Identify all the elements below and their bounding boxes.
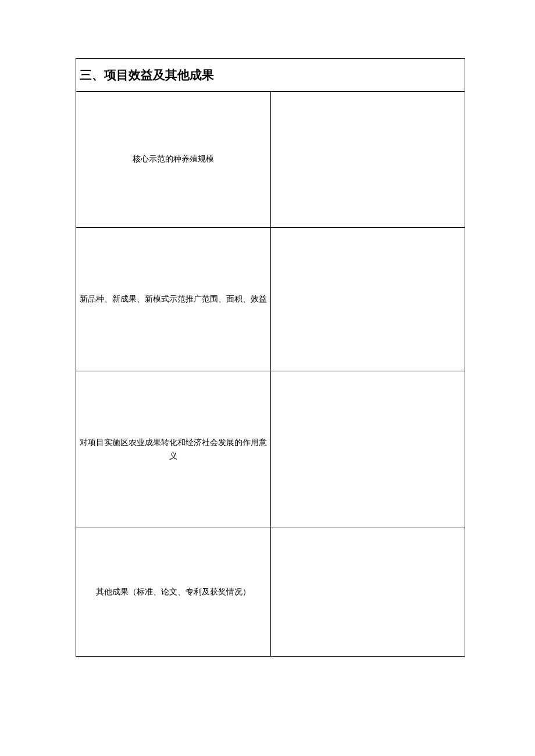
table-row: 对项目实施区农业成果转化和经济社会发展的作用意义	[76, 371, 465, 528]
table-row: 新品种、新成果、新模式示范推广范围、面积、效益	[76, 228, 465, 371]
section-title: 三、项目效益及其他成果	[80, 68, 214, 81]
row-content-other-results[interactable]	[270, 528, 465, 657]
table-row: 核心示范的种养殖规模	[76, 92, 465, 228]
section-header-row: 三、项目效益及其他成果	[76, 59, 465, 92]
row-content-promotion-scope[interactable]	[270, 228, 465, 371]
section-header-cell: 三、项目效益及其他成果	[76, 59, 465, 92]
row-content-core-demo-scale[interactable]	[270, 92, 465, 228]
row-label-other-results: 其他成果（标准、论文、专利及获奖情况）	[76, 528, 271, 657]
project-benefits-table: 三、项目效益及其他成果 核心示范的种养殖规模 新品种、新成果、新模式示范推广范围…	[76, 58, 465, 657]
row-content-significance[interactable]	[270, 371, 465, 528]
row-label-significance: 对项目实施区农业成果转化和经济社会发展的作用意义	[76, 371, 271, 528]
row-label-promotion-scope: 新品种、新成果、新模式示范推广范围、面积、效益	[76, 228, 271, 371]
row-label-core-demo-scale: 核心示范的种养殖规模	[76, 92, 271, 228]
table-row: 其他成果（标准、论文、专利及获奖情况）	[76, 528, 465, 657]
